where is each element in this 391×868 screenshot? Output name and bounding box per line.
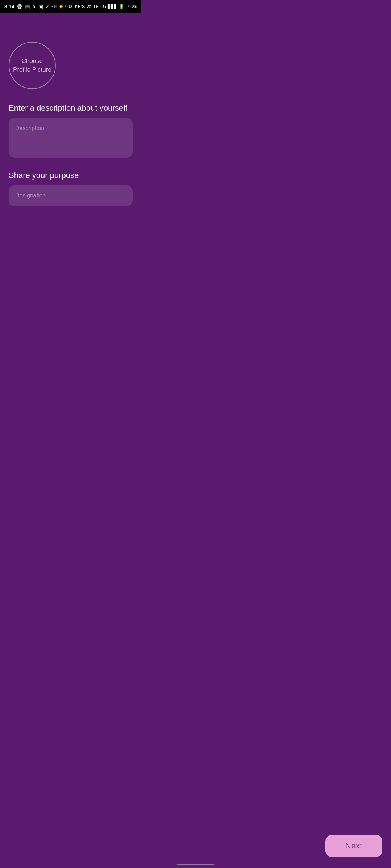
description-input[interactable] xyxy=(9,118,133,158)
wallet-icon: ▣ xyxy=(39,4,43,9)
battery-percent: 100% xyxy=(126,4,137,9)
nfc-icon: N xyxy=(54,4,57,9)
check-icon: ✓ xyxy=(45,4,49,9)
status-right: N ⚡ 0.00 KB/S VoLTE 5G ▋▋▋ 🔋 100% xyxy=(54,4,137,9)
signal-bars: ▋▋▋ xyxy=(108,4,117,9)
dot-icon: • xyxy=(51,4,53,9)
bluetooth-icon: ⚡ xyxy=(58,4,64,9)
profile-picture-button[interactable]: Choose Profile Picture xyxy=(9,42,56,89)
data-speed: 0.00 KB/S xyxy=(65,4,85,9)
purpose-section-label: Share your purpose xyxy=(9,171,79,180)
profile-picture-label: Choose Profile Picture xyxy=(9,53,55,78)
battery-icon: 🔋 xyxy=(119,4,124,9)
status-bar: 8:14 👻 🎮 ➤ ▣ ✓ • N ⚡ 0.00 KB/S VoLTE 5G … xyxy=(0,0,141,13)
volte-icon: VoLTE xyxy=(86,4,99,9)
navigation-icon: ➤ xyxy=(33,4,37,9)
network-icon: 5G xyxy=(100,4,106,9)
gaming-icon: 🎮 xyxy=(25,4,30,9)
designation-input[interactable] xyxy=(9,185,133,206)
status-time: 8:14 xyxy=(4,4,14,9)
snapchat-icon: 👻 xyxy=(17,4,22,9)
description-section-label: Enter a description about yourself xyxy=(9,103,127,113)
main-content: Choose Profile Picture Enter a descripti… xyxy=(0,13,141,228)
status-left: 8:14 👻 🎮 ➤ ▣ ✓ • xyxy=(4,4,53,9)
